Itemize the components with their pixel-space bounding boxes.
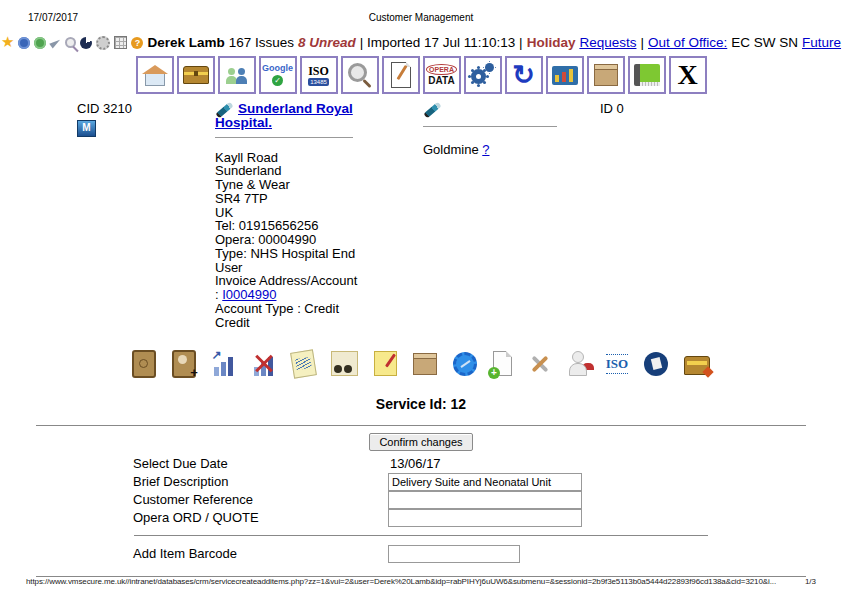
google-search-button[interactable]: Google: [259, 56, 297, 94]
search-icon: [348, 63, 367, 82]
refresh-icon: [512, 62, 535, 88]
customer-section: CID 3210 M Sunderland Royal Hospital. Ka…: [0, 102, 842, 330]
search-button[interactable]: [341, 56, 379, 94]
edit-note-button[interactable]: [382, 56, 420, 94]
tools-icon[interactable]: [528, 352, 552, 376]
out-of-office-link[interactable]: Out of Office:: [648, 35, 727, 50]
customer-reference-input[interactable]: [388, 491, 582, 509]
address-line: Sunderland: [215, 164, 363, 178]
brief-description-input[interactable]: [388, 473, 582, 491]
page-url: https://www.vmsecure.me.uk//intranet/dat…: [26, 577, 776, 586]
goldmine-app-icon[interactable]: M: [77, 120, 96, 137]
home-icon: [145, 73, 165, 86]
gear-icon[interactable]: [96, 36, 110, 50]
package-button[interactable]: [587, 56, 625, 94]
blue-gear-icon[interactable]: [453, 352, 477, 376]
edit-pencil-icon[interactable]: [423, 101, 441, 118]
customer-name-link[interactable]: Sunderland Royal Hospital.: [215, 101, 353, 130]
spectacles-note-icon[interactable]: [331, 351, 358, 376]
treasure-chest-icon: [183, 66, 209, 84]
chart-cancel-icon[interactable]: [252, 352, 276, 376]
report-globe-icon[interactable]: [644, 352, 668, 376]
invoice-line: Invoice Address/Account : I0004990: [215, 274, 363, 302]
separator: |: [640, 35, 644, 50]
address-line: Kayll Road: [215, 151, 363, 165]
book-button[interactable]: [628, 56, 666, 94]
treasure-chest-icon[interactable]: [684, 356, 710, 375]
add-contact-ledger-icon[interactable]: [172, 350, 196, 378]
chart-folder-icon: [552, 66, 578, 85]
pie-chart-icon[interactable]: [80, 37, 92, 49]
quick-icon-toolbar: ISO: [0, 348, 842, 380]
home-button[interactable]: [136, 56, 174, 94]
opera-data-icon: OPERADATA: [426, 64, 457, 86]
add-document-icon[interactable]: [493, 351, 512, 376]
photo-badge-icon[interactable]: [18, 37, 30, 49]
package-icon[interactable]: [413, 358, 437, 375]
goldmine-help-link[interactable]: ?: [482, 142, 489, 157]
ledger-icon[interactable]: [132, 350, 156, 378]
refresh-button[interactable]: [505, 56, 543, 94]
opera-ord-quote-input[interactable]: [388, 509, 582, 527]
brief-description-label: Brief Description: [133, 474, 388, 489]
close-x-icon: X: [677, 60, 697, 90]
record-id-label: ID 0: [600, 102, 842, 116]
issues-count: 167 Issues: [229, 35, 294, 50]
customer-reference-label: Customer Reference: [133, 492, 388, 507]
service-form: Select Due Date 13/06/17 Brief Descripti…: [0, 455, 842, 527]
user-name: Derek Lamb: [147, 35, 224, 50]
address-line: UK: [215, 206, 363, 220]
future-link[interactable]: Future: [802, 35, 841, 50]
edit-note-icon[interactable]: [374, 351, 397, 376]
account-type-line: Account Type : Credit Credit: [215, 302, 363, 330]
contacts-icon: [225, 66, 249, 84]
form-row-customer-reference: Customer Reference: [0, 491, 842, 509]
google-icon: Google: [262, 64, 293, 86]
iso-badge-icon[interactable]: ISO: [606, 354, 628, 374]
opera-ord-quote-label: Opera ORD / QUOTE: [133, 510, 388, 525]
book-icon: [634, 64, 660, 86]
close-button[interactable]: X: [669, 56, 707, 94]
gears-icon: [470, 62, 496, 88]
address-line: Tyne & Wear: [215, 178, 363, 192]
divider: [423, 126, 557, 127]
help-icon[interactable]: [131, 37, 143, 49]
opera-data-button[interactable]: OPERADATA: [423, 56, 461, 94]
sticky-note-icon[interactable]: [290, 349, 317, 378]
treasure-chest-button[interactable]: [177, 56, 215, 94]
dart-icon[interactable]: [50, 37, 62, 48]
settings-gears-button[interactable]: [464, 56, 502, 94]
phone-line: Tel: 01915656256: [215, 219, 363, 233]
edit-note-icon: [391, 62, 411, 88]
address-line: SR4 7TP: [215, 192, 363, 206]
office-codes: EC SW SN: [731, 35, 798, 50]
page-number: 1/3: [805, 577, 816, 586]
cid-label: CID 3210: [77, 102, 215, 116]
star-icon[interactable]: [1, 35, 14, 50]
print-header: 17/07/2017 Customer Management: [0, 0, 842, 23]
unread-count[interactable]: 8 Unread: [298, 35, 356, 50]
barcode-input[interactable]: [388, 545, 520, 563]
goldmine-row: Goldmine ?: [423, 143, 600, 157]
chart-folder-button[interactable]: [546, 56, 584, 94]
main-toolbar: Google ISO13485 OPERADATA X: [0, 56, 842, 94]
requests-link[interactable]: Requests: [579, 35, 636, 50]
engineer-icon[interactable]: [568, 351, 590, 376]
form-row-due-date: Select Due Date 13/06/17: [0, 455, 842, 473]
clock-badge-icon[interactable]: [34, 37, 46, 49]
invoice-account-link[interactable]: I0004990: [222, 287, 276, 302]
confirm-changes-button[interactable]: Confirm changes: [369, 433, 472, 451]
service-id-heading: Service Id: 12: [0, 396, 842, 412]
contacts-button[interactable]: [218, 56, 256, 94]
divider: [215, 137, 353, 138]
user-bar: Derek Lamb 167 Issues 8 Unread | Importe…: [0, 35, 842, 50]
print-footer: https://www.vmsecure.me.uk//intranet/dat…: [26, 577, 816, 586]
package-icon: [594, 69, 618, 86]
grid-icon[interactable]: [114, 36, 127, 49]
form-row-brief-description: Brief Description: [0, 473, 842, 491]
magnifier-icon[interactable]: [65, 37, 76, 48]
due-date-value[interactable]: 13/06/17: [388, 456, 441, 471]
iso-button[interactable]: ISO13485: [300, 56, 338, 94]
form-row-opera-ord-quote: Opera ORD / QUOTE: [0, 509, 842, 527]
chart-up-icon[interactable]: [212, 352, 236, 376]
